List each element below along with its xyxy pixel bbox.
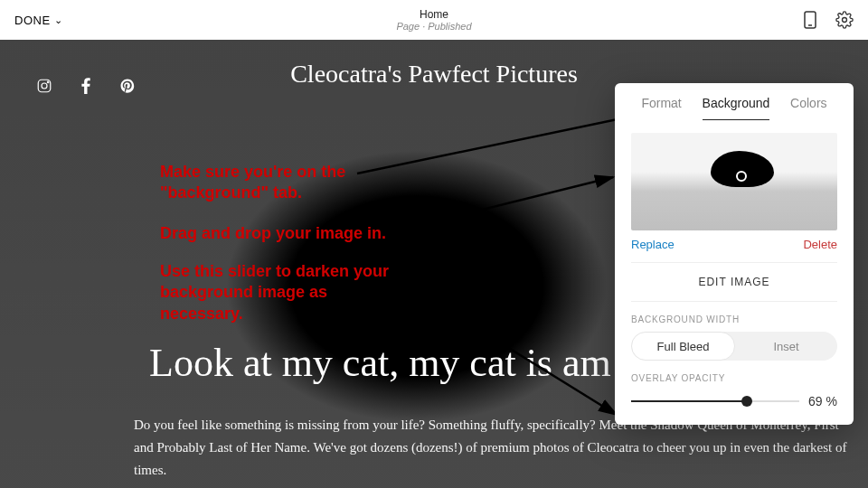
tab-colors[interactable]: Colors — [790, 96, 826, 120]
bg-width-label: BACKGROUND WIDTH — [615, 302, 854, 332]
slider-fill — [631, 400, 747, 402]
editor-topbar: DONE ⌄ Home Page · Published — [0, 0, 868, 40]
svg-point-4 — [42, 83, 47, 89]
background-image-thumb[interactable] — [631, 133, 837, 230]
delete-link[interactable]: Delete — [803, 238, 837, 251]
done-label: DONE — [14, 14, 51, 27]
mobile-preview-icon[interactable] — [801, 11, 819, 29]
overlay-opacity-row: 69 % — [615, 390, 854, 408]
focal-point-icon[interactable] — [736, 171, 747, 182]
facebook-icon[interactable] — [78, 78, 94, 94]
seg-inset[interactable]: Inset — [735, 332, 837, 361]
bg-width-segmented: Full Bleed Inset — [631, 332, 837, 361]
edit-image-button[interactable]: EDIT IMAGE — [615, 263, 854, 301]
overlay-opacity-value: 69 % — [808, 394, 837, 408]
overlay-opacity-slider[interactable] — [631, 400, 799, 402]
seg-full-bleed[interactable]: Full Bleed — [631, 332, 735, 361]
social-links — [36, 78, 136, 94]
tab-format[interactable]: Format — [641, 96, 681, 120]
overlay-opacity-label: OVERLAY OPACITY — [615, 361, 854, 390]
page-status: Page · Published — [396, 21, 471, 32]
page-indicator: Home Page · Published — [396, 8, 471, 32]
svg-point-2 — [843, 18, 847, 23]
slider-knob[interactable] — [741, 396, 752, 407]
pinterest-icon[interactable] — [119, 78, 136, 94]
replace-link[interactable]: Replace — [631, 238, 675, 251]
gear-icon[interactable] — [835, 11, 854, 29]
topbar-actions — [801, 11, 854, 29]
tab-background[interactable]: Background — [703, 96, 770, 120]
thumb-subject — [711, 151, 774, 187]
svg-point-5 — [47, 81, 49, 83]
done-button[interactable]: DONE ⌄ — [14, 14, 62, 27]
panel-tabs: Format Background Colors — [615, 83, 854, 120]
instagram-icon[interactable] — [36, 78, 52, 94]
site-title[interactable]: Cleocatra's Pawfect Pictures — [290, 60, 578, 89]
annotation-1: Make sure you're on the "background" tab… — [160, 162, 359, 204]
annotation-2: Drag and drop your image in. — [160, 223, 386, 244]
hero-heading[interactable]: Look at my cat, my cat is am — [149, 340, 611, 386]
thumb-actions: Replace Delete — [615, 238, 854, 262]
annotation-3: Use this slider to darken your backgroun… — [160, 261, 413, 324]
page-name: Home — [396, 8, 471, 21]
section-settings-panel: Format Background Colors Replace Delete … — [615, 83, 854, 425]
chevron-down-icon: ⌄ — [54, 14, 63, 26]
